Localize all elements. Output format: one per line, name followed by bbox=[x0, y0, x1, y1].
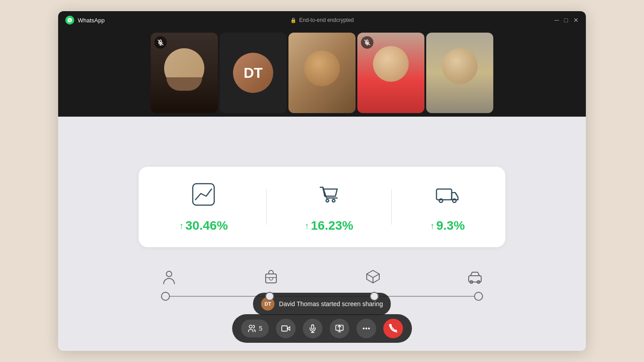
video-thumb-p2[interactable]: DT bbox=[220, 33, 287, 113]
title-bar: WhatsApp 🔒 End-to-end endcrypted ─ □ ✕ bbox=[58, 11, 586, 29]
stat-arrow-delivery: ↑ bbox=[430, 221, 434, 231]
title-bar-center: 🔒 End-to-end endcrypted bbox=[237, 17, 408, 23]
chart-icon bbox=[190, 181, 217, 210]
svg-point-6 bbox=[326, 199, 329, 202]
maximize-button[interactable]: □ bbox=[564, 17, 568, 23]
stat-item-cart: ↑ 16.23% bbox=[305, 181, 353, 233]
mute-badge-p1 bbox=[154, 36, 167, 49]
camera-button[interactable] bbox=[276, 319, 296, 338]
encryption-label: End-to-end endcrypted bbox=[299, 17, 354, 23]
svg-point-11 bbox=[166, 271, 172, 277]
whatsapp-logo bbox=[65, 16, 74, 25]
svg-rect-2 bbox=[160, 40, 161, 43]
window-controls: ─ □ ✕ bbox=[407, 17, 579, 23]
more-options-button[interactable] bbox=[356, 319, 376, 338]
call-controls: 5 bbox=[232, 314, 412, 343]
participants-button[interactable]: 5 bbox=[241, 320, 269, 337]
video-thumb-p5[interactable] bbox=[426, 33, 493, 113]
microphone-button[interactable] bbox=[303, 319, 322, 338]
svg-rect-4 bbox=[366, 40, 368, 43]
svg-point-10 bbox=[453, 199, 456, 202]
cart-icon bbox=[316, 181, 343, 210]
stat-value-delivery: ↑ 9.3% bbox=[430, 219, 465, 233]
timeline-icon-car bbox=[467, 269, 483, 285]
timeline-dot-4 bbox=[474, 292, 483, 301]
stat-item-analytics: ↑ 30.46% bbox=[179, 181, 228, 233]
stat-value-cart: ↑ 16.23% bbox=[305, 219, 353, 233]
minimize-button[interactable]: ─ bbox=[555, 17, 559, 23]
title-bar-left: WhatsApp bbox=[65, 16, 237, 25]
video-thumb-p3[interactable] bbox=[288, 33, 356, 113]
app-window: WhatsApp 🔒 End-to-end endcrypted ─ □ ✕ bbox=[58, 11, 586, 351]
svg-point-27 bbox=[366, 328, 367, 329]
timeline-dot-3 bbox=[370, 292, 379, 301]
mute-badge-p4 bbox=[361, 36, 373, 49]
divider-2 bbox=[391, 189, 392, 225]
svg-point-28 bbox=[368, 328, 369, 329]
svg-rect-18 bbox=[282, 326, 287, 331]
video-strip: DT bbox=[58, 29, 586, 117]
timeline-dot-1 bbox=[161, 292, 170, 301]
participants-count: 5 bbox=[259, 325, 263, 332]
truck-icon bbox=[434, 181, 461, 210]
timeline-icon-person bbox=[161, 269, 177, 285]
timeline-icons bbox=[161, 269, 483, 285]
share-screen-button[interactable] bbox=[330, 319, 349, 338]
timeline-dot-2 bbox=[265, 292, 274, 301]
screen-share-area: ↑ 30.46% ↑ 16.23% bbox=[58, 117, 586, 351]
stat-arrow-cart: ↑ bbox=[305, 221, 309, 231]
end-call-button[interactable] bbox=[383, 319, 403, 338]
stat-arrow-analytics: ↑ bbox=[179, 221, 184, 231]
close-button[interactable]: ✕ bbox=[573, 17, 579, 23]
stats-card: ↑ 30.46% ↑ 16.23% bbox=[139, 167, 505, 247]
stat-item-delivery: ↑ 9.3% bbox=[430, 181, 465, 233]
timeline-section bbox=[139, 269, 505, 301]
app-title: WhatsApp bbox=[78, 17, 105, 24]
svg-rect-19 bbox=[311, 325, 314, 329]
svg-point-26 bbox=[363, 328, 364, 329]
timeline-line-row bbox=[161, 292, 483, 301]
timeline-icon-box bbox=[365, 269, 381, 285]
svg-rect-12 bbox=[266, 274, 276, 283]
svg-rect-8 bbox=[436, 189, 452, 200]
stat-value-analytics: ↑ 30.46% bbox=[179, 219, 228, 233]
toast-message: David Thomas started screen sharing bbox=[279, 300, 383, 307]
svg-point-17 bbox=[249, 325, 252, 328]
timeline-icon-bag bbox=[263, 269, 279, 285]
svg-point-9 bbox=[439, 199, 443, 202]
video-thumb-p1[interactable] bbox=[151, 33, 218, 113]
video-thumb-p4[interactable] bbox=[357, 33, 424, 113]
divider-1 bbox=[266, 189, 267, 225]
timeline-dots bbox=[161, 292, 483, 301]
lock-icon: 🔒 bbox=[290, 17, 297, 23]
svg-point-7 bbox=[332, 199, 335, 202]
